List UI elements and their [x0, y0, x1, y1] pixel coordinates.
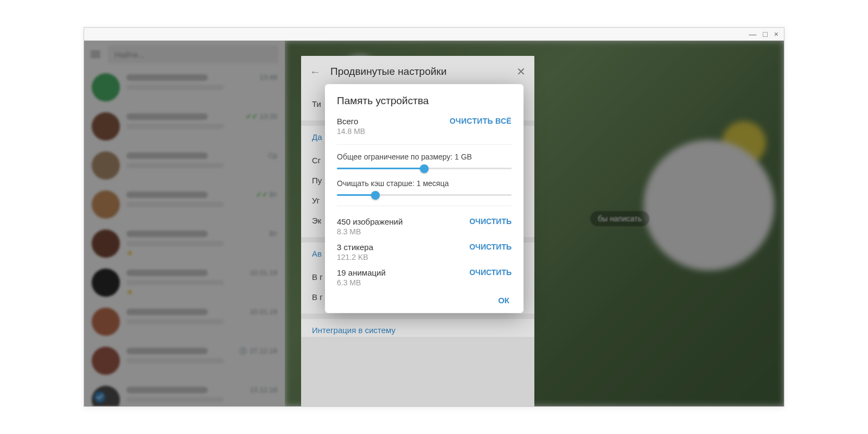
size-limit-slider[interactable] [337, 168, 512, 169]
cache-item: 450 изображений8.3 MBОЧИСТИТЬ [337, 214, 512, 239]
cache-item-size: 6.3 MB [337, 278, 386, 287]
cache-item-title: 19 анимаций [337, 268, 386, 277]
window-titlebar: — □ × [84, 28, 784, 41]
app-window: — □ × Найти... 13:49✓✓13:20Ср✓✓ВтВт★10.0… [84, 27, 784, 407]
ok-button[interactable]: ОК [496, 292, 512, 308]
cache-item-title: 3 стикера [337, 242, 373, 252]
cache-item-title: 450 изображений [337, 217, 403, 226]
clear-button[interactable]: ОЧИСТИТЬ [469, 242, 512, 251]
total-label: Всего [337, 117, 365, 126]
cache-item: 19 анимаций6.3 MBОЧИСТИТЬ [337, 265, 512, 290]
cache-item-size: 121.2 KB [337, 253, 373, 261]
clear-all-button[interactable]: ОЧИСТИТЬ ВСЁ [450, 117, 512, 125]
cache-item-size: 8.3 MB [337, 227, 403, 236]
cache-item: 3 стикера121.2 KBОЧИСТИТЬ [337, 239, 512, 265]
close-icon[interactable]: × [774, 30, 778, 38]
size-limit-label: Общее ограничение по размеру: 1 GB [337, 152, 512, 161]
minimize-icon[interactable]: — [749, 30, 756, 38]
dialog-title: Память устройства [337, 95, 512, 107]
clear-button[interactable]: ОЧИСТИТЬ [469, 217, 512, 226]
clear-button[interactable]: ОЧИСТИТЬ [469, 268, 512, 277]
cache-age-slider[interactable] [337, 194, 512, 196]
maximize-icon[interactable]: □ [763, 30, 767, 38]
device-memory-dialog: Память устройства Всего 14.8 MB ОЧИСТИТЬ… [325, 84, 524, 313]
cache-age-label: Очищать кэш старше: 1 месяца [337, 179, 512, 188]
total-value: 14.8 MB [337, 127, 365, 136]
